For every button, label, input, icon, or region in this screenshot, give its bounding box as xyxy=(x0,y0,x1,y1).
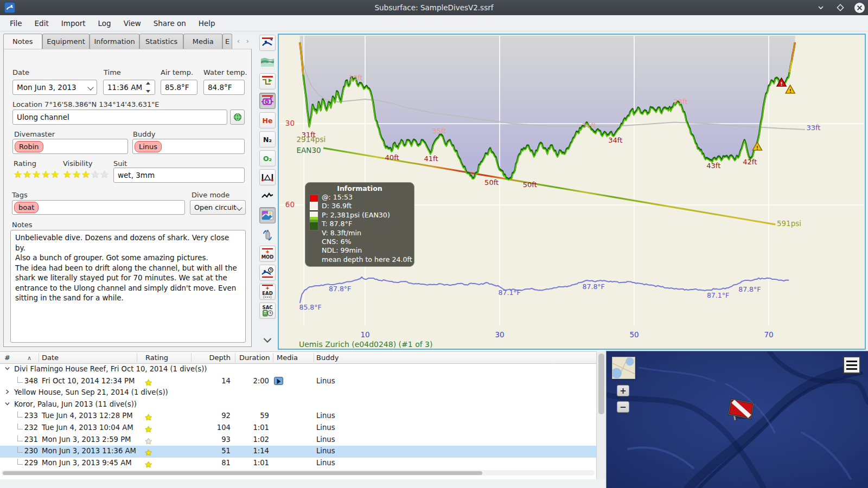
divemaster-field[interactable]: Robin xyxy=(12,139,128,154)
vscroll-handle[interactable] xyxy=(598,354,604,414)
time-spinner-icon[interactable] xyxy=(146,82,152,93)
menu-log[interactable]: Log xyxy=(94,17,116,30)
pp-helium-button[interactable]: He xyxy=(259,112,276,129)
dive-row[interactable]: 232Tue Jun 4, 2013 10:04 AM★★★★★1041:01L… xyxy=(0,422,596,434)
star-icon: ★ xyxy=(145,378,152,388)
date-field[interactable]: Mon Jun 3, 2013 xyxy=(12,80,97,95)
tags-label: Tags xyxy=(12,191,28,199)
tank-bar-button[interactable] xyxy=(259,227,276,243)
tag-boat[interactable]: boat xyxy=(14,202,39,213)
trip-row[interactable]: Koror, Palau, Jun 2013 (11 dive(s)) xyxy=(0,399,596,411)
sac-button[interactable]: SAC xyxy=(259,303,276,319)
tab-media[interactable]: Media xyxy=(183,34,222,49)
tab-scroll-right-icon[interactable]: › xyxy=(244,36,252,47)
ceiling-plan-button[interactable] xyxy=(259,73,276,89)
media-icon[interactable] xyxy=(274,377,283,385)
col-date[interactable]: Date xyxy=(42,354,59,362)
menu-file[interactable]: File xyxy=(5,17,27,30)
menu-view[interactable]: View xyxy=(119,17,145,30)
svg-text:87.1°F: 87.1°F xyxy=(499,288,521,297)
waves-icon xyxy=(260,55,275,68)
minimap[interactable] xyxy=(612,357,635,379)
menu-help[interactable]: Help xyxy=(194,17,220,30)
maximize-icon[interactable] xyxy=(835,2,846,13)
dive-row[interactable]: 348Fri Oct 10, 2014 12:34 PM★★★★★142:00L… xyxy=(0,376,596,388)
close-icon[interactable] xyxy=(854,3,865,13)
deco-ndl-button[interactable] xyxy=(259,265,276,281)
col-depth[interactable]: Depth xyxy=(195,354,231,362)
calculated-ceiling-button[interactable] xyxy=(259,54,276,70)
setpoint-button[interactable] xyxy=(259,93,276,109)
buddy-tag[interactable]: Linus xyxy=(135,141,162,152)
dive-row[interactable]: 229Mon Jun 3, 2013 9:45 AM★★★★★811:01Lin… xyxy=(0,458,596,470)
notes-textarea[interactable]: Unbelievable dive. Dozens and dozens of … xyxy=(10,230,246,343)
ead-button[interactable]: +EAD(•••) xyxy=(259,284,276,300)
col-media[interactable]: Media xyxy=(277,354,298,362)
col-buddy[interactable]: Buddy xyxy=(316,354,339,362)
menu-import[interactable]: Import xyxy=(57,17,90,30)
col-rating[interactable]: Rating xyxy=(145,354,168,362)
minimize-icon[interactable] xyxy=(815,2,826,13)
buddy-field[interactable]: Linus xyxy=(132,139,245,154)
chevron-down-icon[interactable] xyxy=(4,365,10,373)
heart-rate-button[interactable] xyxy=(259,188,276,204)
dive-site-map[interactable]: + − xyxy=(606,351,868,488)
map-zoom-in-button[interactable]: + xyxy=(617,385,629,396)
notes-tab-body: Date Time Air temp. Water temp. Mon Jun … xyxy=(3,49,252,347)
dive-row[interactable]: 230Mon Jun 3, 2013 11:36 AM★★★★★511:14Li… xyxy=(0,446,596,458)
time-label: Time xyxy=(104,68,121,76)
trip-row[interactable]: Divi Flamingo House Reef, Fri Oct 10, 20… xyxy=(0,364,596,376)
divemaster-tag[interactable]: Robin xyxy=(15,141,43,152)
photos-button[interactable] xyxy=(259,207,276,223)
menu-share-on[interactable]: Share on xyxy=(149,17,190,30)
tags-field[interactable]: boat xyxy=(12,200,185,215)
date-label: Date xyxy=(12,68,29,76)
globe-button[interactable] xyxy=(230,110,245,125)
horizontal-scrollbar[interactable] xyxy=(1,470,595,476)
chevron-down-icon[interactable] xyxy=(4,400,10,408)
airtemp-label: Air temp. xyxy=(161,68,193,76)
map-canvas[interactable] xyxy=(607,351,868,488)
dive-profile-chart[interactable]: 33ft85.8°F87.8°F87.1°F87.8°F87.1°F87.8°F… xyxy=(278,34,866,350)
visibility-stars[interactable]: ★★★★★ xyxy=(63,170,110,179)
tab-extra-info[interactable]: E xyxy=(222,34,232,49)
dive-row[interactable]: 233Tue Jun 4, 2013 12:28 PM★★★★★9259Linu… xyxy=(0,410,596,422)
svg-text:50ft: 50ft xyxy=(484,178,499,187)
divemode-select[interactable]: Open circuit xyxy=(190,200,246,215)
map-zoom-out-button[interactable]: − xyxy=(617,401,629,413)
airtemp-field[interactable]: 85.8°F xyxy=(161,80,197,95)
vertical-scrollbar[interactable] xyxy=(596,351,605,479)
map-menu-button[interactable] xyxy=(843,356,860,374)
rating-stars[interactable]: ★★★★★ xyxy=(14,170,60,179)
watertemp-field[interactable]: 84.8°F xyxy=(203,80,245,95)
setpoint-icon xyxy=(261,94,274,107)
hscroll-handle[interactable] xyxy=(3,471,482,475)
sort-asc-icon[interactable]: ∧ xyxy=(27,355,31,362)
tab-equipment[interactable]: Equipment xyxy=(42,34,90,49)
tab-scroll-left-icon[interactable]: ‹ xyxy=(234,36,242,47)
toolbar-collapse-button[interactable] xyxy=(259,332,276,348)
mod-button[interactable]: +MOD xyxy=(259,246,276,262)
ruler-button[interactable] xyxy=(259,169,276,185)
time-field[interactable]: 11:36 AM xyxy=(103,80,155,95)
tree-elbow xyxy=(17,447,23,453)
location-field[interactable]: Ulong channel xyxy=(12,110,227,125)
pp-nitrogen-button[interactable]: N₂ xyxy=(259,131,276,147)
svg-text:85.8°F: 85.8°F xyxy=(299,303,321,311)
chevron-right-icon[interactable] xyxy=(4,388,10,396)
dive-list-header[interactable]: # ∧ Date Rating Depth Duration Media Bud… xyxy=(0,352,596,364)
dive-duration: 1:01 xyxy=(235,459,269,467)
trip-row[interactable]: Yellow House, Sun Sep 21, 2014 (1 dive(s… xyxy=(0,387,596,399)
tab-notes[interactable]: Notes xyxy=(3,34,42,49)
suit-field[interactable]: wet, 3mm xyxy=(113,168,245,183)
dc-ceiling-button[interactable] xyxy=(259,35,276,51)
tab-statistics[interactable]: Statistics xyxy=(139,34,184,49)
dive-row[interactable]: 231Mon Jun 3, 2013 2:59 PM★★★★★931:02Lin… xyxy=(0,434,596,446)
star-icon: ★ xyxy=(145,425,152,434)
menu-edit[interactable]: Edit xyxy=(30,17,53,30)
pp-oxygen-button[interactable]: O₂ xyxy=(259,150,276,166)
col-number[interactable]: # xyxy=(4,354,10,362)
info-pressure: P: 2,381psi (EAN30) xyxy=(322,211,410,220)
tab-information[interactable]: Information xyxy=(90,34,139,49)
col-duration[interactable]: Duration xyxy=(239,354,270,362)
